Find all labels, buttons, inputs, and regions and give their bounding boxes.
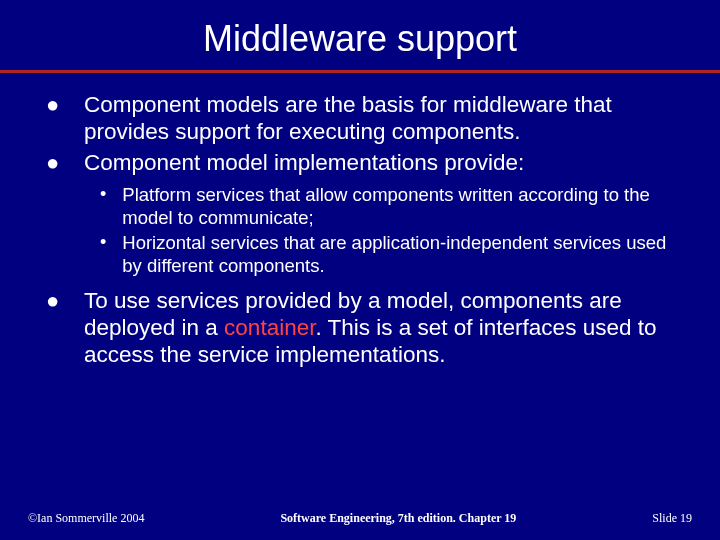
bullet-item: ● To use services provided by a model, c… [40,287,680,368]
title-rule [0,70,720,73]
slide-content: ● Component models are the basis for mid… [32,91,688,368]
footer-left: ©Ian Sommerville 2004 [28,511,144,526]
sub-bullet-text: Platform services that allow components … [106,183,680,229]
sub-bullet-icon: • [40,231,106,254]
bullet-icon: ● [40,91,84,119]
footer-center: Software Engineering, 7th edition. Chapt… [280,511,516,526]
bullet-text: To use services provided by a model, com… [84,287,680,368]
bullet-text: Component model implementations provide: [84,149,680,176]
footer: ©Ian Sommerville 2004 Software Engineeri… [0,511,720,526]
main-list-continued: ● To use services provided by a model, c… [40,287,680,368]
slide: Middleware support ● Component models ar… [0,0,720,540]
bullet-item: ● Component model implementations provid… [40,149,680,177]
bullet-text: Component models are the basis for middl… [84,91,680,145]
highlight-text: container [224,315,315,340]
bullet-item: ● Component models are the basis for mid… [40,91,680,145]
sub-list: • Platform services that allow component… [40,183,680,277]
sub-bullet-text: Horizontal services that are application… [106,231,680,277]
bullet-icon: ● [40,287,84,315]
sub-bullet-item: • Horizontal services that are applicati… [40,231,680,277]
sub-bullet-item: • Platform services that allow component… [40,183,680,229]
slide-title: Middleware support [32,18,688,60]
bullet-icon: ● [40,149,84,177]
footer-right: Slide 19 [652,511,692,526]
main-list: ● Component models are the basis for mid… [40,91,680,177]
sub-bullet-icon: • [40,183,106,206]
